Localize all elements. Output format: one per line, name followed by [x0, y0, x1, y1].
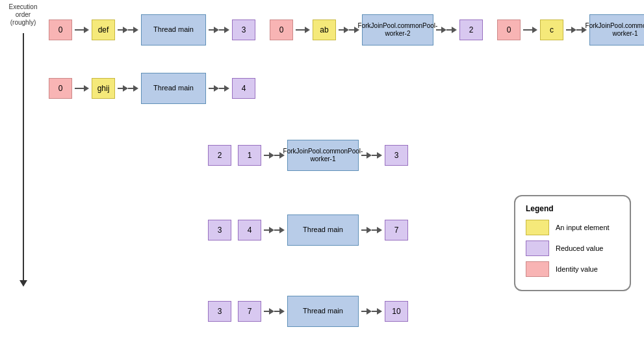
exec-arrow-head — [19, 280, 27, 287]
reduced-box: 7 — [385, 220, 408, 240]
row-2: 0 ghij Thread main 4 — [49, 73, 255, 104]
input-box: ghij — [92, 78, 115, 99]
identity-box: 0 — [497, 20, 521, 40]
row-4: 3 4 Thread main 7 — [208, 214, 408, 246]
identity-box: 0 — [49, 20, 72, 40]
legend-reduced-box — [526, 240, 549, 256]
legend-item-reduced: Reduced value — [526, 240, 619, 256]
reduced-box: 3 — [208, 301, 231, 322]
reduced-box: 2 — [459, 20, 483, 40]
input-box: def — [92, 20, 115, 40]
input-box: ab — [313, 20, 336, 40]
legend: Legend An input element Reduced value Id… — [514, 195, 631, 291]
legend-item-input: An input element — [526, 220, 619, 235]
legend-input-box — [526, 220, 549, 235]
thread-box: Thread main — [141, 14, 206, 46]
thread-box-forkjoin3: ForkJoinPool.commonPool-worker-1 — [287, 140, 359, 171]
thread-box: Thread main — [287, 214, 359, 246]
reduced-box: 1 — [238, 145, 261, 166]
reduced-box: 7 — [238, 301, 261, 322]
row-5: 3 7 Thread main 10 — [208, 296, 408, 327]
legend-input-label: An input element — [556, 224, 610, 231]
diagram-container: Execution order(roughly) 0 def Thread ma… — [0, 0, 644, 338]
reduced-box: 3 — [208, 220, 231, 240]
reduced-box: 4 — [232, 78, 255, 99]
legend-identity-label: Identity value — [556, 265, 598, 273]
exec-arrow-line — [23, 33, 24, 280]
thread-box: Thread main — [141, 73, 206, 104]
reduced-box: 4 — [238, 220, 261, 240]
legend-item-identity: Identity value — [526, 261, 619, 277]
legend-title: Legend — [526, 204, 619, 213]
thread-box-forkjoin2: ForkJoinPool.commonPool-worker-1 — [589, 14, 644, 46]
reduced-box: 2 — [208, 145, 231, 166]
identity-box: 0 — [49, 78, 72, 99]
thread-box-forkjoin: ForkJoinPool.commonPool-worker-2 — [362, 14, 433, 46]
reduced-box: 10 — [385, 301, 408, 322]
thread-box: Thread main — [287, 296, 359, 327]
legend-identity-box — [526, 261, 549, 277]
execution-order: Execution order(roughly) — [5, 3, 41, 287]
input-box: c — [540, 20, 563, 40]
reduced-box: 3 — [385, 145, 408, 166]
identity-box: 0 — [270, 20, 293, 40]
reduced-box: 3 — [232, 20, 255, 40]
row-1: 0 def Thread main 3 0 ab ForkJoinPool.co… — [49, 14, 644, 46]
exec-order-label: Execution order(roughly) — [5, 3, 41, 27]
row-3: 2 1 ForkJoinPool.commonPool-worker-1 3 — [208, 140, 408, 171]
legend-reduced-label: Reduced value — [556, 244, 603, 252]
